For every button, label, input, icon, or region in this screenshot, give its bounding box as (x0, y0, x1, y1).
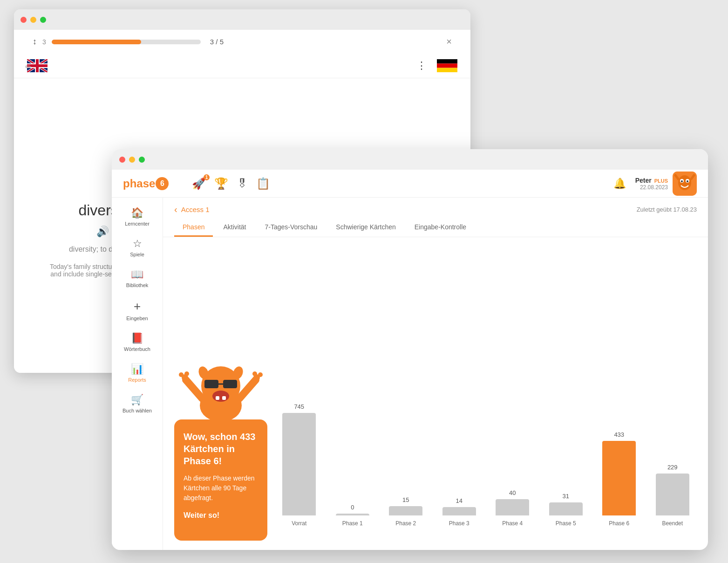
svg-rect-10 (437, 63, 457, 68)
bar-value-label: 745 (294, 403, 304, 410)
user-level: PLUS (654, 178, 668, 184)
bar-col-phase-2: 15Phase 2 (381, 496, 430, 527)
last-practice: Zuletzt geübt 17.08.23 (637, 206, 697, 213)
svg-rect-9 (437, 59, 457, 63)
bar-rect (389, 506, 422, 515)
tab-eingabe[interactable]: Eingabe-Kontrolle (406, 219, 475, 237)
back-window-titlebar (14, 9, 470, 30)
bar-label: Vorrat (292, 520, 306, 527)
progress-bar-area: ↕ 3 3 / 5 × (14, 30, 470, 54)
home-icon: 🏠 (131, 207, 143, 219)
bar-rect (336, 514, 369, 515)
sidebar-label-woerterbuch: Wörterbuch (124, 346, 150, 352)
sidebar-label-reports: Reports (128, 377, 146, 383)
svg-rect-26 (216, 396, 219, 400)
fw-topnav: phase6 🚀 1 🏆 🎖 📋 🔔 Peter PLUS 22.08.2023 (112, 170, 708, 198)
svg-rect-27 (222, 396, 226, 400)
svg-point-16 (681, 180, 683, 182)
bar-col-phase-1: 0Phase 1 (328, 504, 377, 527)
tab-phasen[interactable]: Phasen (174, 219, 213, 237)
sidebar-item-reports[interactable]: 📊 Reports (116, 358, 158, 387)
back-button[interactable]: ‹ (174, 204, 177, 215)
sidebar-item-eingeben[interactable]: + Eingeben (116, 295, 158, 326)
fw-maximize-light[interactable] (139, 157, 145, 163)
sidebar-item-woerterbuch[interactable]: 📕 Wörterbuch (116, 328, 158, 357)
sidebar-item-bibliothek[interactable]: 📖 Bibliothek (116, 264, 158, 293)
sort-num: 3 (42, 38, 46, 46)
svg-line-31 (239, 380, 256, 398)
flag-bar: ✏ ⋮ (14, 54, 470, 78)
bar-value-label: 14 (456, 497, 463, 504)
edit-icon[interactable]: ✏ (25, 62, 31, 71)
bar-chart: 745Vorrat0Phase 115Phase 214Phase 340Pha… (275, 247, 697, 541)
sidebar-label-eingeben: Eingeben (126, 316, 148, 321)
maximize-traffic-light[interactable] (40, 17, 46, 23)
sidebar-label-lerncenter: Lerncenter (125, 221, 150, 227)
tab-aktivitaet[interactable]: Aktivität (215, 219, 254, 237)
sidebar-label-spiele: Spiele (130, 252, 144, 257)
clipboard-icon[interactable]: 📋 (256, 177, 270, 190)
bar-label: Beendet (662, 520, 683, 527)
sidebar-item-lerncenter[interactable]: 🏠 Lerncenter (116, 202, 158, 231)
fw-titlebar (112, 149, 708, 170)
monster-svg (177, 354, 265, 424)
nav-icon-group: 🚀 1 🏆 🎖 📋 (192, 177, 270, 190)
tabs-bar: Phasen Aktivität 7-Tages-Vorschau Schwie… (163, 215, 708, 237)
more-options-button[interactable]: ⋮ (416, 60, 427, 72)
bar-col-beendet: 229Beendet (648, 464, 697, 527)
svg-point-36 (258, 372, 263, 377)
chart-icon: 📊 (131, 363, 143, 375)
tab-7tage[interactable]: 7-Tages-Vorschau (257, 219, 326, 237)
svg-point-33 (179, 372, 184, 377)
sidebar-item-buch-waehlen[interactable]: 🛒 Buch wählen (116, 389, 158, 418)
bar-col-vorrat: 745Vorrat (275, 403, 324, 527)
sidebar: 🏠 Lerncenter ☆ Spiele 📖 Bibliothek + Ein… (112, 198, 163, 550)
progress-track (52, 40, 201, 44)
avatar-image (673, 172, 697, 196)
bar-value-label: 433 (614, 431, 624, 438)
bar-rect (496, 499, 529, 515)
tab-schwierige[interactable]: Schwierige Kärtchen (327, 219, 404, 237)
svg-point-37 (252, 371, 257, 376)
svg-point-17 (687, 180, 688, 182)
bar-value-label: 0 (351, 504, 354, 511)
user-info: Peter PLUS 22.08.2023 (635, 177, 668, 191)
bar-label: Phase 1 (342, 520, 363, 527)
minimize-traffic-light[interactable] (30, 17, 36, 23)
breadcrumb-title[interactable]: Access 1 (181, 206, 210, 213)
bar-rect (549, 502, 583, 515)
svg-rect-11 (437, 68, 457, 72)
audio-button[interactable]: 🔊 (96, 226, 109, 238)
star-icon: ☆ (133, 238, 142, 250)
bar-value-label: 40 (509, 489, 516, 496)
bar-rect (656, 474, 689, 515)
monster-container (174, 354, 267, 424)
bar-col-phase-4: 40Phase 4 (488, 489, 537, 527)
medal-icon[interactable]: 🎖 (237, 177, 248, 190)
close-traffic-light[interactable] (20, 17, 27, 23)
bar-label: Phase 2 (395, 520, 416, 527)
avatar (673, 172, 697, 196)
bar-col-phase-6: 433Phase 6 (595, 431, 644, 527)
bell-icon[interactable]: 🔔 (613, 178, 626, 190)
breadcrumb: ‹ Access 1 Zuletzt geübt 17.08.23 (163, 198, 708, 215)
info-card: Wow, schon 433 Kärtchen in Phase 6! Ab d… (174, 419, 267, 541)
german-flag (437, 59, 457, 72)
bar-col-phase-3: 14Phase 3 (435, 497, 484, 527)
fw-minimize-light[interactable] (129, 157, 135, 163)
bar-rect (442, 507, 476, 515)
bar-label: Phase 4 (502, 520, 523, 527)
bar-label: Phase 5 (556, 520, 576, 527)
close-button[interactable]: × (446, 36, 452, 47)
fw-close-light[interactable] (119, 157, 125, 163)
info-card-cta: Weiter so! (184, 511, 258, 520)
sidebar-item-spiele[interactable]: ☆ Spiele (116, 233, 158, 262)
trophy-icon[interactable]: 🏆 (214, 177, 228, 190)
sidebar-label-bibliothek: Bibliothek (126, 282, 149, 288)
bar-label: Phase 3 (449, 520, 469, 527)
svg-point-34 (184, 371, 189, 376)
rocket-icon[interactable]: 🚀 1 (192, 177, 206, 190)
fw-main: ‹ Access 1 Zuletzt geübt 17.08.23 Phasen… (163, 198, 708, 550)
bar-value-label: 15 (402, 496, 409, 503)
svg-rect-22 (204, 380, 218, 388)
